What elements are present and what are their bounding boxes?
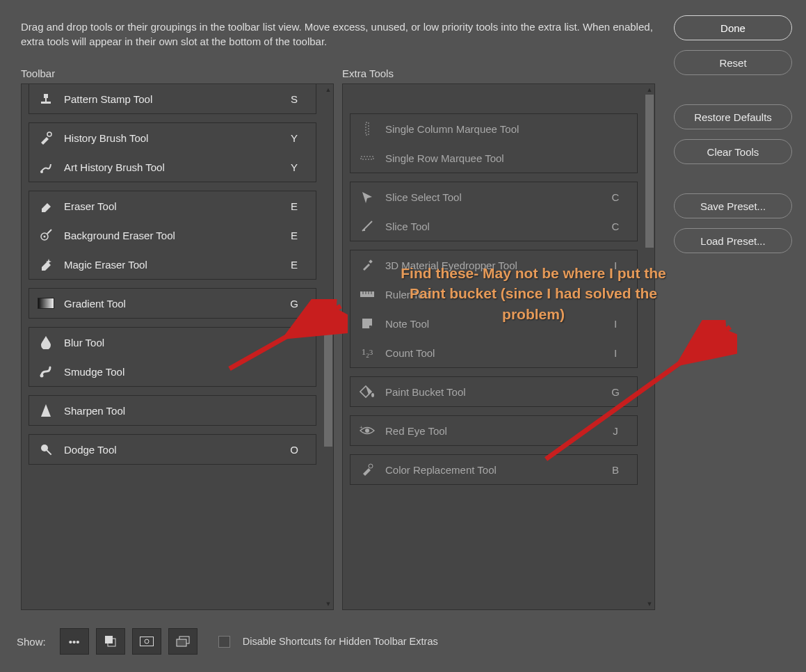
tool-shortcut: Y [282,161,306,173]
tool-shortcut: E [282,230,306,241]
scroll-down-icon[interactable]: ▼ [324,599,332,609]
red-eye-icon: + [357,422,377,439]
tool-label: Count Tool [385,347,435,359]
tool-label: Single Row Marquee Tool [385,152,504,164]
tool-row[interactable]: 3D Material Eyedropper ToolI [350,250,637,280]
tool-row[interactable]: Smudge Tool [29,357,316,386]
tool-group[interactable]: 3D Material Eyedropper ToolIRuler ToolIN… [350,250,638,368]
tool-row[interactable]: Ruler ToolI [350,280,637,309]
toolbar-list[interactable]: Pattern Stamp ToolSHistory Brush ToolYAr… [22,84,323,609]
svg-rect-24 [140,637,153,646]
svg-point-4 [40,170,43,173]
tool-row[interactable]: Color Replacement ToolB [350,455,637,484]
tool-group[interactable]: Blur ToolSmudge Tool [29,327,316,387]
scroll-thumb[interactable] [645,95,654,248]
svg-rect-10 [366,122,369,135]
extra-list[interactable]: Single Column Marquee ToolSingle Row Mar… [343,84,645,609]
fgbg-icon [104,635,117,648]
tool-shortcut: C [604,221,627,232]
background-eraser-icon [36,227,56,243]
tool-row[interactable]: Blur Tool [29,328,316,357]
tool-row[interactable]: Magic Eraser ToolE [29,250,316,279]
svg-rect-23 [105,636,113,643]
tool-group[interactable]: Sharpen Tool [29,395,316,426]
tool-row[interactable]: Background Eraser ToolE [29,221,316,250]
tool-label: Blur Tool [64,337,104,349]
disable-shortcuts-label: Disable Shortcuts for Hidden Toolbar Ext… [243,636,438,647]
single-row-marquee-icon [357,150,377,166]
show-fgbg-button[interactable] [96,628,125,655]
load-preset-button[interactable]: Load Preset... [674,228,792,253]
scroll-up-icon[interactable]: ▲ [645,85,654,95]
clear-tools-button[interactable]: Clear Tools [674,139,792,164]
svg-rect-9 [47,450,52,456]
scroll-up-icon[interactable]: ▲ [324,85,332,95]
tool-row[interactable]: 123Count ToolI [350,338,637,367]
tool-row[interactable]: Art History Brush ToolY [29,152,316,182]
tool-shortcut: I [604,318,627,330]
pattern-stamp-icon [36,90,56,107]
tool-label: Dodge Tool [64,444,117,456]
tool-label: Paint Bucket Tool [385,386,466,398]
tool-group[interactable]: Gradient ToolG [29,288,316,319]
reset-button[interactable]: Reset [674,50,792,75]
tool-label: Art History Brush Tool [64,161,165,173]
tool-group[interactable]: Eraser ToolEBackground Eraser ToolEMagic… [29,191,316,280]
tool-label: Slice Select Tool [385,191,462,203]
tool-row[interactable]: Sharpen Tool [29,396,316,425]
svg-point-18 [371,393,374,397]
tool-label: Single Column Marquee Tool [385,123,519,135]
tool-label: Smudge Tool [64,366,124,378]
restore-defaults-button[interactable]: Restore Defaults [674,104,792,129]
dodge-icon [36,441,56,458]
tool-row[interactable]: Single Row Marquee Tool [350,143,637,173]
tool-label: Background Eraser Tool [64,230,175,241]
tool-shortcut: J [604,425,627,437]
tool-group[interactable]: Pattern Stamp ToolS [29,84,316,114]
svg-rect-27 [177,639,186,646]
tool-shortcut: C [604,191,627,203]
tool-row[interactable]: Gradient ToolG [29,289,316,318]
material-eyedropper-icon [357,257,377,273]
tool-group[interactable]: Slice Select ToolCSlice ToolC [350,182,638,241]
tool-row[interactable]: Slice ToolC [350,211,637,241]
screens-icon [176,636,190,647]
show-mask-button[interactable] [132,628,161,655]
single-col-marquee-icon [357,120,377,137]
tool-shortcut: I [604,259,627,271]
tool-row[interactable]: Paint Bucket ToolG [350,377,637,406]
tool-row[interactable]: Pattern Stamp ToolS [29,84,316,113]
tool-group[interactable]: History Brush ToolYArt History Brush Too… [29,122,316,182]
tool-group[interactable]: Color Replacement ToolB [350,454,638,485]
svg-point-25 [145,639,149,643]
tool-group[interactable]: Dodge ToolO [29,434,316,465]
tool-group[interactable]: Single Column Marquee ToolSingle Row Mar… [350,113,638,173]
svg-point-19 [365,429,369,433]
tool-row[interactable]: +Red Eye ToolJ [350,416,637,445]
toolbar-scrollbar[interactable]: ▲ ▼ [324,85,332,609]
svg-rect-0 [41,102,51,104]
scroll-down-icon[interactable]: ▼ [645,599,654,609]
tool-row[interactable]: Eraser ToolE [29,191,316,221]
tool-row[interactable]: Note ToolI [350,309,637,338]
count-icon: 123 [357,344,377,361]
history-brush-icon [36,129,56,146]
show-screen-button[interactable] [168,628,198,655]
tool-row[interactable]: Dodge ToolO [29,435,316,464]
tool-row[interactable]: Single Column Marquee Tool [350,114,637,143]
show-ellipsis-button[interactable]: ••• [60,628,89,655]
extra-scrollbar[interactable]: ▲ ▼ [645,85,654,609]
scroll-thumb[interactable] [324,321,332,447]
tool-row[interactable]: Slice Select ToolC [350,182,637,211]
toolbar-panel: Pattern Stamp ToolSHistory Brush ToolYAr… [21,83,334,610]
tool-shortcut: I [604,347,627,359]
art-history-brush-icon [36,159,56,175]
ruler-icon [357,286,377,303]
save-preset-button[interactable]: Save Preset... [674,193,792,218]
tool-row[interactable]: History Brush ToolY [29,123,316,152]
disable-shortcuts-checkbox[interactable] [218,636,230,648]
done-button[interactable]: Done [674,15,792,40]
tool-group[interactable]: Paint Bucket ToolG [350,376,638,407]
svg-point-7 [40,374,44,378]
tool-group[interactable]: +Red Eye ToolJ [350,415,638,446]
